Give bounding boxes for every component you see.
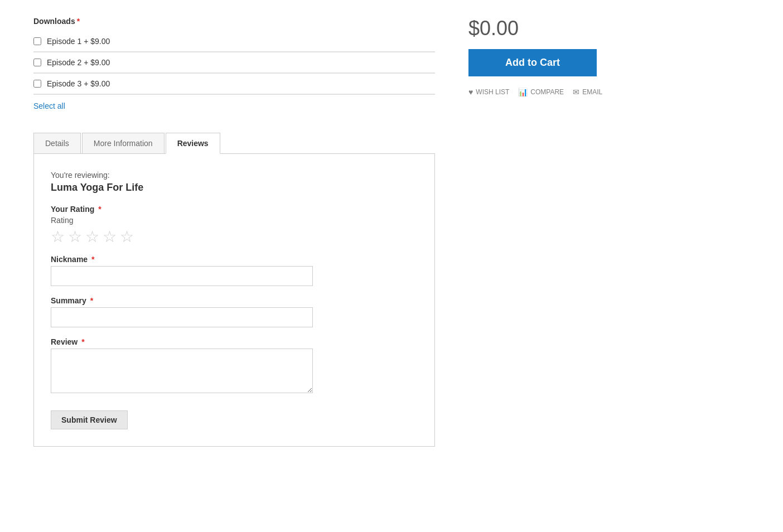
required-star: *: [77, 17, 80, 26]
episode3-checkbox[interactable]: [33, 80, 41, 88]
reviewing-section: You're reviewing: Luma Yoga For Life: [51, 171, 418, 194]
tabs-nav: Details More Information Reviews: [33, 133, 435, 154]
summary-required: *: [88, 296, 93, 305]
nickname-label: Nickname *: [51, 255, 418, 264]
your-rating-label: Your Rating *: [51, 205, 418, 214]
compare-icon: 📊: [518, 88, 528, 96]
your-rating-required: *: [96, 205, 101, 214]
submit-review-button[interactable]: Submit Review: [51, 410, 128, 429]
compare-label: COMPARE: [530, 88, 564, 96]
nickname-input[interactable]: [51, 266, 313, 286]
download-item-ep2: Episode 2 + $9.00: [33, 52, 435, 73]
reviewing-label: You're reviewing:: [51, 171, 418, 180]
star-5[interactable]: ☆: [120, 229, 134, 245]
review-section: Review *: [51, 337, 418, 395]
star-rating[interactable]: ☆ ☆ ☆ ☆ ☆: [51, 229, 418, 245]
summary-input[interactable]: [51, 307, 313, 327]
tab-details[interactable]: Details: [33, 133, 81, 153]
star-4[interactable]: ☆: [103, 229, 117, 245]
reviewing-product: Luma Yoga For Life: [51, 182, 418, 194]
wish-list-label: WISH LIST: [476, 88, 509, 96]
rating-label: Rating: [51, 216, 418, 225]
review-label: Review *: [51, 337, 418, 346]
nickname-required: *: [89, 255, 94, 264]
your-rating-section: Your Rating * Rating ☆ ☆ ☆ ☆ ☆: [51, 205, 418, 245]
tab-more-information[interactable]: More Information: [82, 133, 165, 153]
email-link[interactable]: ✉ EMAIL: [573, 88, 602, 96]
tab-reviews[interactable]: Reviews: [166, 133, 220, 154]
star-1[interactable]: ☆: [51, 229, 65, 245]
email-icon: ✉: [573, 88, 579, 96]
compare-link[interactable]: 📊 COMPARE: [518, 88, 564, 96]
action-links: ♥ WISH LIST 📊 COMPARE ✉ EMAIL: [468, 88, 636, 96]
episode1-checkbox[interactable]: [33, 37, 41, 45]
price-display: $0.00: [468, 17, 636, 40]
select-all-link[interactable]: Select all: [33, 101, 65, 110]
add-to-cart-button[interactable]: Add to Cart: [468, 49, 597, 76]
episode3-label: Episode 3 + $9.00: [47, 79, 110, 88]
download-item-ep1: Episode 1 + $9.00: [33, 31, 435, 52]
episode2-label: Episode 2 + $9.00: [47, 58, 110, 67]
star-2[interactable]: ☆: [68, 229, 82, 245]
review-required: *: [79, 337, 84, 346]
heart-icon: ♥: [468, 88, 473, 96]
downloads-label: Downloads*: [33, 17, 435, 26]
reviews-tab-content: You're reviewing: Luma Yoga For Life You…: [33, 154, 435, 447]
nickname-section: Nickname *: [51, 255, 418, 286]
episode2-checkbox[interactable]: [33, 59, 41, 66]
wish-list-link[interactable]: ♥ WISH LIST: [468, 88, 509, 96]
review-textarea[interactable]: [51, 349, 313, 393]
tabs-section: Details More Information Reviews You're …: [33, 133, 435, 447]
summary-label: Summary *: [51, 296, 418, 305]
summary-section: Summary *: [51, 296, 418, 327]
download-item-ep3: Episode 3 + $9.00: [33, 74, 435, 94]
email-label: EMAIL: [582, 88, 602, 96]
episode1-label: Episode 1 + $9.00: [47, 37, 110, 46]
star-3[interactable]: ☆: [85, 229, 99, 245]
